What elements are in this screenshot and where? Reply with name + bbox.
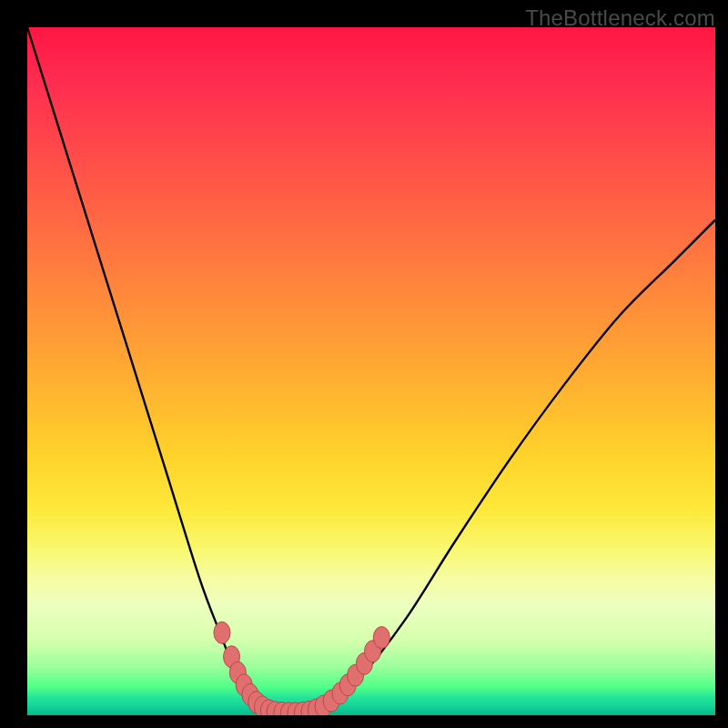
plot-area [27,27,715,715]
chart-svg [27,27,715,715]
bottleneck-curve [27,27,715,713]
watermark-text: TheBottleneck.com [525,5,715,31]
marker-group [214,622,389,715]
curve-marker [214,622,230,643]
curve-marker [373,627,389,649]
